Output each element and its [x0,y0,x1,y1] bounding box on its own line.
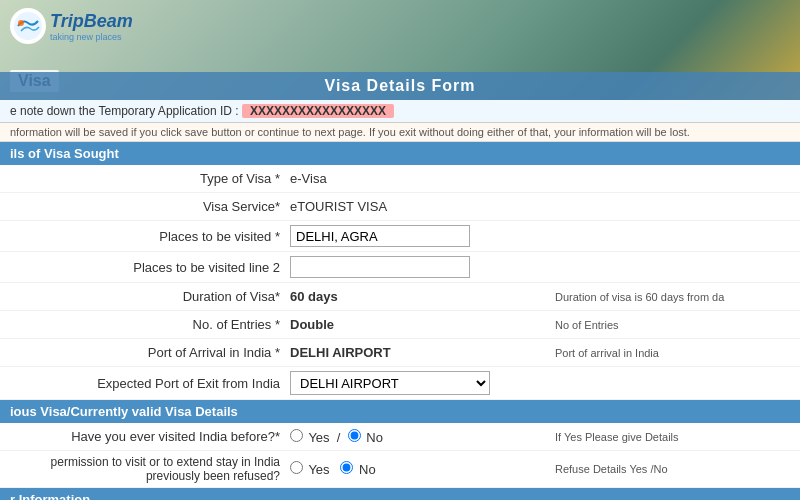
logo-subtext: taking new places [50,32,133,42]
logo-text: TripBeam [50,11,133,31]
refused-no-radio[interactable] [340,461,353,474]
places-visited-2-row: Places to be visited line 2 [0,252,800,283]
visited-before-yes-radio[interactable] [290,429,303,442]
duration-label: Duration of Visa* [0,289,290,304]
type-of-visa-row: Type of Visa * e-Visa [0,165,800,193]
notice-info: nformation will be saved if you click sa… [0,123,800,142]
places-visited-label: Places to be visited * [0,229,290,244]
notice-bar: e note down the Temporary Application ID… [0,100,800,123]
entries-row: No. of Entries * Double No of Entries [0,311,800,339]
entries-label: No. of Entries * [0,317,290,332]
visited-before-no-text: No [366,430,383,445]
visa-service-value: eTOURIST VISA [290,199,800,214]
refused-yes-radio[interactable] [290,461,303,474]
places-visited-value [290,225,800,247]
type-of-visa-value: e-Visa [290,171,800,186]
prev-visa-header: ious Visa/Currently valid Visa Details [0,400,800,423]
duration-row: Duration of Visa* 60 days Duration of vi… [0,283,800,311]
visa-details-header: ils of Visa Sought [0,142,800,165]
places-visited-2-label: Places to be visited line 2 [0,260,290,275]
visited-before-label: Have you ever visited India before?* [0,429,290,444]
entries-value: Double [290,317,535,332]
visited-before-yes-label[interactable]: Yes [290,430,333,445]
refused-label: permission to visit or to extend stay in… [0,455,290,483]
refused-no-label[interactable]: No [340,462,375,477]
visited-before-no-radio[interactable] [348,429,361,442]
port-exit-select[interactable]: DELHI AIRPORT [290,371,490,395]
refused-row: permission to visit or to extend stay in… [0,451,800,488]
prev-visa-form: Have you ever visited India before?* Yes… [0,423,800,488]
entries-side-note: No of Entries [535,319,800,331]
refused-options: Yes No [290,461,535,477]
port-arrival-side-note: Port of arrival in India [535,347,800,359]
port-arrival-value: DELHI AIRPORT [290,345,535,360]
app-id: XXXXXXXXXXXXXXXXX [242,104,394,118]
visited-before-no-label[interactable]: No [348,430,383,445]
logo-area: TripBeam taking new places [10,8,133,44]
logo-circle [10,8,46,44]
travel-info-header: r Information [0,488,800,500]
visited-before-row: Have you ever visited India before?* Yes… [0,423,800,451]
places-visited-input[interactable] [290,225,470,247]
places-visited-row: Places to be visited * [0,221,800,252]
refused-yes-text: Yes [308,462,329,477]
svg-point-1 [18,20,24,26]
visa-details-form: Type of Visa * e-Visa Visa Service* eTOU… [0,165,800,400]
port-exit-value: DELHI AIRPORT [290,371,800,395]
notice-prefix: e note down the Temporary Application ID… [10,104,239,118]
refused-yes-label[interactable]: Yes [290,462,333,477]
visa-service-row: Visa Service* eTOURIST VISA [0,193,800,221]
port-exit-row: Expected Port of Exit from India DELHI A… [0,367,800,400]
places-visited-2-input[interactable] [290,256,470,278]
refused-no-text: No [359,462,376,477]
page-title: Visa Details Form [325,77,476,94]
port-exit-label: Expected Port of Exit from India [0,376,290,391]
places-visited-2-value [290,256,800,278]
visited-before-side-note: If Yes Please give Details [535,431,800,443]
refused-side-note: Refuse Details Yes /No [535,463,800,475]
visa-service-label: Visa Service* [0,199,290,214]
visited-before-options: Yes / No [290,429,535,445]
type-of-visa-label: Type of Visa * [0,171,290,186]
port-arrival-label: Port of Arrival in India * [0,345,290,360]
header: TripBeam taking new places Visa Visa Det… [0,0,800,100]
duration-value: 60 days [290,289,535,304]
duration-side-note: Duration of visa is 60 days from da [535,291,800,303]
header-title-bar: Visa Details Form [0,72,800,100]
port-arrival-row: Port of Arrival in India * DELHI AIRPORT… [0,339,800,367]
visited-before-yes-text: Yes [308,430,329,445]
